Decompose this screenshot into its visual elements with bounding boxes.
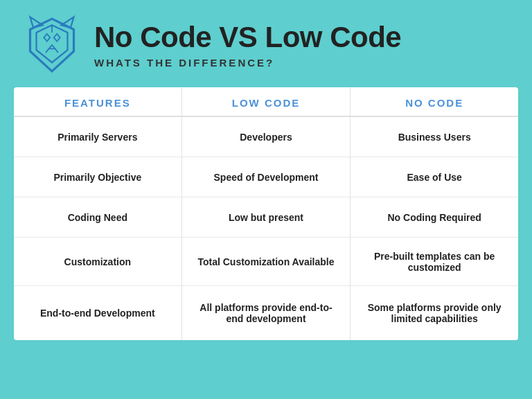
row1-nocode: Business Users [350,117,518,157]
table-grid: FEATURES LOW CODE NO CODE Primarily Serv… [14,87,518,340]
svg-line-7 [46,48,49,52]
row1-lowcode: Developers [182,117,351,157]
svg-marker-4 [44,34,50,42]
row1-feature: Primarily Servers [14,117,182,157]
row3-nocode: No Coding Required [350,197,518,238]
row2-lowcode: Speed of Development [182,157,351,197]
row4-lowcode: Total Customization Available [182,238,351,286]
col-header-features: FEATURES [14,87,182,117]
row2-feature: Primarily Objective [14,157,182,197]
comparison-table: FEATURES LOW CODE NO CODE Primarily Serv… [14,87,518,340]
row3-feature: Coding Need [14,197,182,238]
svg-marker-3 [62,17,74,28]
row2-nocode: Ease of Use [350,157,518,197]
row3-lowcode: Low but present [182,197,351,238]
row5-lowcode: All platforms provide end-to-end develop… [182,286,351,340]
svg-marker-5 [54,34,60,42]
row5-feature: End-to-end Development [14,286,182,340]
row4-nocode: Pre-built templates can be customized [350,238,518,286]
header-text: No Code VS Low Code WHATS THE DIFFERENCE… [94,21,401,68]
logo-icon [21,14,83,76]
svg-marker-6 [49,45,55,48]
col-header-nocode: NO CODE [350,87,518,117]
svg-line-8 [55,48,59,52]
page-title: No Code VS Low Code [94,21,401,53]
row5-nocode: Some platforms provide only limited capa… [350,286,518,340]
header: No Code VS Low Code WHATS THE DIFFERENCE… [0,0,532,87]
svg-marker-2 [30,17,43,28]
col-header-lowcode: LOW CODE [182,87,351,117]
page-subtitle: WHATS THE DIFFERENCE? [94,57,401,69]
row4-feature: Customization [14,238,182,286]
